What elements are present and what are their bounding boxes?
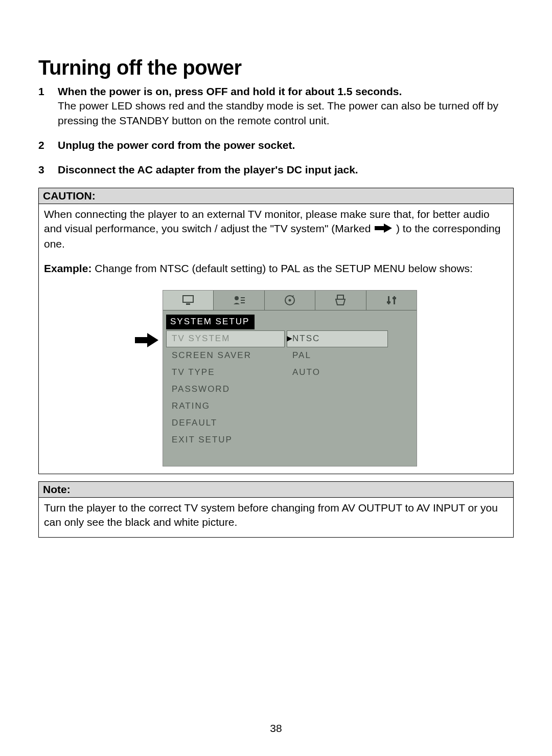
svg-rect-1	[186, 303, 190, 305]
example-label: Example:	[44, 262, 91, 274]
svg-rect-12	[393, 297, 396, 299]
osd-tab-speaker-icon	[315, 291, 366, 310]
triangle-right-icon: ▶	[287, 333, 293, 343]
osd-menu-item: TV SYSTEM▶	[166, 330, 285, 347]
page-number: 38	[0, 722, 552, 735]
osd-tab-display-icon	[163, 291, 214, 310]
svg-point-2	[235, 296, 239, 300]
osd-panel-title: SYSTEM SETUP	[166, 315, 255, 329]
steps-list: 1 When the power is on, press OFF and ho…	[38, 84, 514, 177]
osd-menu-item: RATING	[166, 398, 285, 415]
step-1: 1 When the power is on, press OFF and ho…	[38, 84, 514, 128]
step-2: 2 Unplug the power cord from the power s…	[38, 138, 514, 152]
caution-label: CAUTION:	[39, 188, 513, 204]
osd-tab-row	[163, 291, 417, 310]
osd-menu-item: SCREEN SAVER	[166, 347, 285, 364]
osd-tab-disc-icon	[265, 291, 315, 310]
svg-point-7	[289, 299, 291, 302]
step-description: The power LED shows red and the standby …	[58, 99, 514, 128]
arrow-right-icon	[375, 222, 392, 236]
example-text: Change from NTSC (default setting) to PA…	[91, 262, 472, 274]
osd-menu-item: EXIT SETUP	[166, 432, 285, 449]
page-title: Turning off the power	[38, 56, 514, 79]
svg-rect-3	[241, 297, 245, 298]
osd-menu-item: DEFAULT	[166, 415, 285, 432]
osd-value-item: PAL	[287, 347, 388, 364]
osd-screenshot: SYSTEM SETUP TV SYSTEM▶ SCREEN SAVER TV …	[163, 290, 417, 466]
osd-menu-item: TV TYPE	[166, 364, 285, 381]
osd-value-item: AUTO	[287, 364, 388, 381]
osd-menu-list: TV SYSTEM▶ SCREEN SAVER TV TYPE PASSWORD…	[166, 330, 285, 449]
caution-body: When connecting the player to an externa…	[39, 204, 513, 474]
step-heading: Disconnect the AC adapter from the playe…	[58, 164, 358, 175]
svg-rect-5	[241, 302, 245, 303]
arrow-right-icon	[135, 333, 158, 351]
svg-rect-0	[183, 296, 193, 302]
osd-tab-sliders-icon	[366, 291, 417, 310]
step-number: 1	[38, 84, 58, 128]
step-number: 3	[38, 163, 58, 177]
step-number: 2	[38, 138, 58, 152]
note-label: Note:	[39, 482, 513, 498]
osd-tab-user-icon	[214, 291, 264, 310]
step-3: 3 Disconnect the AC adapter from the pla…	[38, 163, 514, 177]
note-box: Note: Turn the player to the correct TV …	[38, 481, 514, 538]
caution-box: CAUTION: When connecting the player to a…	[38, 188, 514, 474]
svg-rect-8	[337, 295, 343, 299]
osd-value-list: NTSC PAL AUTO	[287, 330, 388, 449]
osd-menu-item: PASSWORD	[166, 381, 285, 398]
svg-rect-11	[387, 301, 390, 303]
step-heading: Unplug the power cord from the power soc…	[58, 139, 295, 151]
svg-rect-4	[241, 300, 245, 301]
step-heading: When the power is on, press OFF and hold…	[58, 85, 402, 97]
note-text: Turn the player to the correct TV system…	[39, 498, 513, 537]
osd-value-item: NTSC	[287, 330, 388, 347]
